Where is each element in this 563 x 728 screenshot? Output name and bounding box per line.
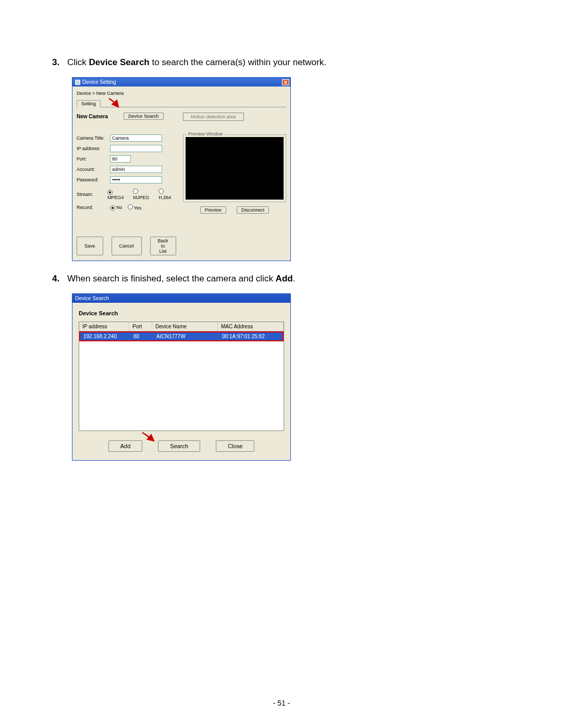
save-button[interactable]: Save: [77, 237, 103, 255]
device-search-button[interactable]: Device Search: [124, 113, 164, 120]
tab-setting[interactable]: Setting: [77, 100, 101, 107]
window-title: Device Search: [75, 295, 109, 301]
preview-button[interactable]: Preview: [200, 206, 226, 214]
window-icon: [75, 80, 80, 85]
col-name[interactable]: Device Name: [152, 322, 218, 331]
col-mac[interactable]: MAC Address: [218, 322, 284, 331]
page-number: - 51 -: [273, 699, 290, 707]
window-title: Device Setting: [82, 79, 116, 85]
account-input[interactable]: [110, 166, 162, 173]
camera-title-input[interactable]: [110, 134, 162, 142]
motion-detection-button[interactable]: Motion detection area: [183, 113, 244, 121]
cell-name: AICN1777W: [153, 332, 219, 340]
breadcrumb: Device > New Camera: [77, 90, 286, 99]
device-search-heading: Device Search: [79, 310, 284, 316]
label-camera-title: Camera Title:: [77, 135, 110, 141]
results-table: IP address Port Device Name MAC Address …: [79, 322, 284, 431]
close-button[interactable]: Close: [216, 440, 254, 452]
radio-h264[interactable]: H.264: [158, 189, 176, 200]
disconnect-button[interactable]: Disconnect: [237, 206, 270, 214]
password-input[interactable]: [110, 176, 162, 183]
device-search-window: Device Search Device Search IP address P…: [72, 293, 291, 461]
preview-fieldset: Preview Window: [183, 134, 286, 202]
cell-ip: 192.168.2.240: [80, 332, 130, 340]
search-button[interactable]: Search: [158, 440, 200, 452]
step-text: When search is finished, select the came…: [67, 274, 295, 283]
port-input[interactable]: [110, 155, 131, 163]
col-ip[interactable]: IP address: [79, 322, 129, 331]
add-button[interactable]: Add: [108, 440, 143, 452]
tab-strip: Setting: [77, 99, 286, 107]
label-account: Account:: [77, 167, 110, 172]
step-number: 3.: [52, 57, 59, 67]
step-text: Click Device Search to search the camera…: [67, 57, 326, 67]
table-header: IP address Port Device Name MAC Address: [79, 322, 284, 331]
label-record: Record:: [77, 205, 110, 210]
cell-mac: 00:1A:97:01:25:82: [219, 332, 283, 340]
label-ip: IP address:: [77, 146, 110, 151]
col-port[interactable]: Port: [129, 322, 152, 331]
titlebar[interactable]: Device Setting X: [72, 78, 290, 87]
device-setting-window: Device Setting X Device > New Camera Set…: [72, 77, 291, 261]
radio-yes[interactable]: Yes: [128, 204, 142, 211]
label-password: Password:: [77, 177, 110, 182]
table-row[interactable]: 192.168.2.240 80 AICN1777W 00:1A:97:01:2…: [79, 331, 284, 341]
ip-input[interactable]: [110, 145, 162, 152]
titlebar[interactable]: Device Search: [72, 294, 290, 303]
step-4: 4. When search is finished, select the c…: [52, 274, 511, 284]
preview-window-label: Preview Window: [187, 131, 225, 137]
cell-port: 80: [130, 332, 153, 340]
new-camera-label: New Camera: [77, 114, 108, 119]
back-to-list-button[interactable]: Back to List: [150, 237, 176, 255]
radio-no[interactable]: No: [110, 205, 123, 211]
preview-area: [186, 137, 284, 200]
cancel-button[interactable]: Cancel: [112, 237, 142, 255]
step-number: 4.: [52, 274, 59, 283]
radio-mjpeg[interactable]: MJPEG: [133, 189, 153, 200]
label-stream: Stream:: [77, 192, 107, 197]
label-port: Port:: [77, 156, 110, 162]
step-3: 3. Click Device Search to search the cam…: [52, 57, 511, 68]
close-icon[interactable]: X: [282, 79, 289, 85]
radio-mpeg4[interactable]: MPEG4: [107, 189, 128, 200]
